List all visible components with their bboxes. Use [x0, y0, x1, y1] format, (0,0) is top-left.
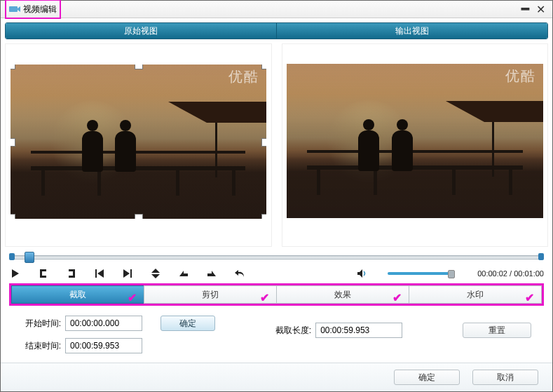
title-bar: 视频编辑 ━ ✕ [1, 1, 552, 18]
original-video-frame[interactable]: 优酷 [10, 64, 267, 219]
end-time-label: 结束时间: [22, 340, 61, 352]
output-video-frame: 优酷 [287, 64, 544, 218]
timeline-playhead[interactable] [25, 252, 34, 263]
edit-tabs-highlight: 截取✔ 剪切✔ 效果✔ 水印✔ [9, 283, 544, 306]
crop-handle-bm[interactable] [135, 214, 143, 219]
tab-trim[interactable]: 剪切✔ [144, 285, 276, 304]
rotate-left-button[interactable] [177, 267, 190, 280]
svg-rect-8 [130, 269, 132, 278]
check-icon: ✔ [260, 291, 269, 304]
app-window: 视频编辑 ━ ✕ 原始视图 输出视图 优酷 [0, 0, 553, 392]
play-button[interactable] [9, 267, 22, 280]
cancel-button[interactable]: 取消 [472, 370, 538, 385]
view-header: 原始视图 输出视图 [5, 22, 548, 39]
playback-toolbar: 00:00:02 / 00:01:00 [5, 264, 548, 283]
start-time-label: 开始时间: [22, 318, 61, 330]
window-title: 视频编辑 [23, 4, 57, 15]
flip-vertical-button[interactable] [149, 267, 162, 280]
mark-out-button[interactable] [65, 267, 78, 280]
volume-slider[interactable] [388, 272, 452, 275]
output-view-header: 输出视图 [277, 23, 547, 39]
check-icon: ✔ [392, 291, 402, 304]
crop-handle-br[interactable] [261, 214, 267, 219]
check-icon: ✔ [525, 291, 534, 304]
timeline-slider[interactable] [9, 250, 544, 264]
close-button[interactable]: ✕ [533, 1, 548, 17]
playback-time: 00:00:02 / 00:01:00 [477, 269, 544, 278]
apply-time-button[interactable]: 确定 [161, 316, 215, 331]
timeline-track[interactable] [9, 255, 544, 259]
check-icon: ✔ [128, 291, 137, 304]
svg-rect-5 [69, 269, 75, 271]
svg-rect-0 [9, 6, 18, 12]
crop-handle-tl[interactable] [10, 64, 15, 69]
crop-handle-ml[interactable] [10, 138, 15, 147]
app-icon [9, 5, 20, 13]
crop-length-input[interactable] [315, 323, 402, 338]
crop-handle-bl[interactable] [10, 214, 15, 219]
end-time-input[interactable] [65, 338, 142, 353]
crop-handle-tm[interactable] [135, 64, 143, 69]
reset-button[interactable]: 重置 [463, 323, 531, 338]
crop-length-label: 截取长度: [275, 325, 311, 337]
output-preview: 优酷 [282, 43, 549, 247]
ok-button[interactable]: 确定 [394, 370, 460, 385]
original-view-header: 原始视图 [6, 23, 277, 39]
start-time-input[interactable] [65, 316, 142, 331]
title-highlight: 视频编辑 [5, 0, 61, 19]
source-watermark: 优酷 [505, 67, 536, 86]
prev-frame-button[interactable] [93, 267, 106, 280]
video-scene [287, 64, 544, 218]
next-frame-button[interactable] [121, 267, 134, 280]
crop-handle-tr[interactable] [261, 64, 267, 69]
original-preview[interactable]: 优酷 [5, 43, 272, 247]
tab-watermark[interactable]: 水印✔ [409, 285, 542, 304]
svg-rect-6 [69, 276, 75, 278]
source-watermark: 优酷 [228, 67, 259, 86]
svg-rect-2 [40, 269, 46, 271]
svg-rect-7 [95, 269, 97, 278]
rotate-right-button[interactable] [205, 267, 218, 280]
video-scene [11, 65, 266, 219]
volume-thumb[interactable] [448, 270, 455, 278]
undo-button[interactable] [233, 267, 246, 280]
dialog-footer: 确定 取消 [1, 363, 552, 391]
crop-handle-mr[interactable] [261, 138, 267, 147]
svg-rect-3 [40, 276, 46, 278]
preview-row: 优酷 优 [5, 43, 548, 247]
minimize-button[interactable]: ━ [517, 1, 533, 17]
volume-icon[interactable] [355, 267, 368, 280]
crop-form: 开始时间: 确定 结束时间: 截取长度: 重置 [5, 306, 548, 358]
mark-in-button[interactable] [37, 267, 50, 280]
timeline-start-marker[interactable] [9, 253, 15, 260]
timeline-end-marker[interactable] [538, 253, 544, 260]
content-area: 原始视图 输出视图 优酷 [1, 18, 552, 363]
tab-effect[interactable]: 效果✔ [276, 285, 409, 304]
tab-crop[interactable]: 截取✔ [11, 285, 144, 304]
